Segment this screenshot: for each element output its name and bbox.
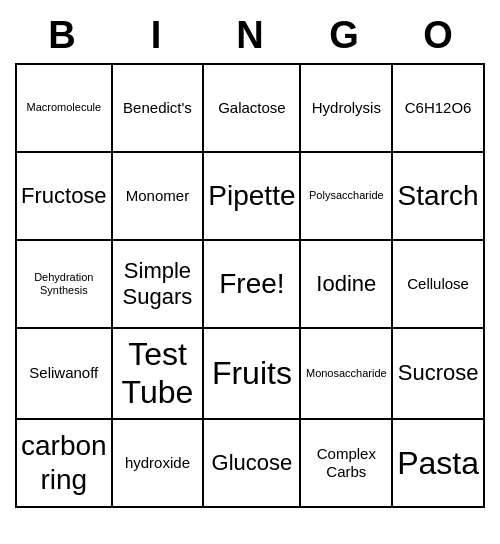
- letter-b: B: [15, 10, 109, 61]
- cell-5: Fructose: [17, 153, 113, 241]
- cell-text-6: Monomer: [126, 187, 189, 205]
- cell-text-12: Free!: [219, 267, 284, 301]
- letter-i: I: [109, 10, 203, 61]
- bingo-grid: Macromolecule Benedict's Galactose Hydro…: [15, 63, 485, 508]
- cell-19: Sucrose: [393, 329, 485, 420]
- cell-17: Fruits: [204, 329, 301, 420]
- cell-14: Cellulose: [393, 241, 485, 329]
- cell-text-23: Complex Carbs: [305, 445, 387, 481]
- cell-text-4: C6H12O6: [405, 99, 472, 117]
- cell-text-10: Dehydration Synthesis: [21, 271, 107, 297]
- cell-text-22: Glucose: [212, 450, 293, 476]
- cell-text-13: Iodine: [316, 271, 376, 297]
- bingo-letters: B I N G O: [15, 10, 485, 63]
- cell-8: Polysaccharide: [301, 153, 393, 241]
- cell-text-24: Pasta: [397, 444, 479, 482]
- cell-text-0: Macromolecule: [27, 101, 102, 114]
- cell-text-15: Seliwanoff: [29, 364, 98, 382]
- cell-20: carbon ring: [17, 420, 113, 508]
- cell-18: Monosaccharide: [301, 329, 393, 420]
- letter-g: G: [297, 10, 391, 61]
- cell-16: Test Tube: [113, 329, 205, 420]
- cell-1: Benedict's: [113, 65, 205, 153]
- cell-text-7: Pipette: [208, 179, 295, 213]
- cell-9: Starch: [393, 153, 485, 241]
- cell-text-21: hydroxide: [125, 454, 190, 472]
- cell-text-11: Simple Sugars: [117, 258, 199, 311]
- cell-4: C6H12O6: [393, 65, 485, 153]
- cell-21: hydroxide: [113, 420, 205, 508]
- cell-15: Seliwanoff: [17, 329, 113, 420]
- cell-22: Glucose: [204, 420, 301, 508]
- cell-23: Complex Carbs: [301, 420, 393, 508]
- cell-text-16: Test Tube: [117, 335, 199, 412]
- cell-text-18: Monosaccharide: [306, 367, 387, 380]
- cell-text-1: Benedict's: [123, 99, 192, 117]
- cell-text-14: Cellulose: [407, 275, 469, 293]
- letter-o: O: [391, 10, 485, 61]
- cell-6: Monomer: [113, 153, 205, 241]
- cell-11: Simple Sugars: [113, 241, 205, 329]
- cell-24: Pasta: [393, 420, 485, 508]
- cell-text-19: Sucrose: [398, 360, 479, 386]
- cell-text-9: Starch: [398, 179, 479, 213]
- cell-text-17: Fruits: [212, 354, 292, 392]
- cell-text-2: Galactose: [218, 99, 286, 117]
- cell-text-20: carbon ring: [21, 429, 107, 496]
- cell-12: Free!: [204, 241, 301, 329]
- cell-0: Macromolecule: [17, 65, 113, 153]
- cell-13: Iodine: [301, 241, 393, 329]
- cell-text-8: Polysaccharide: [309, 189, 384, 202]
- cell-10: Dehydration Synthesis: [17, 241, 113, 329]
- cell-3: Hydrolysis: [301, 65, 393, 153]
- cell-2: Galactose: [204, 65, 301, 153]
- letter-n: N: [203, 10, 297, 61]
- cell-text-5: Fructose: [21, 183, 107, 209]
- cell-text-3: Hydrolysis: [312, 99, 381, 117]
- cell-7: Pipette: [204, 153, 301, 241]
